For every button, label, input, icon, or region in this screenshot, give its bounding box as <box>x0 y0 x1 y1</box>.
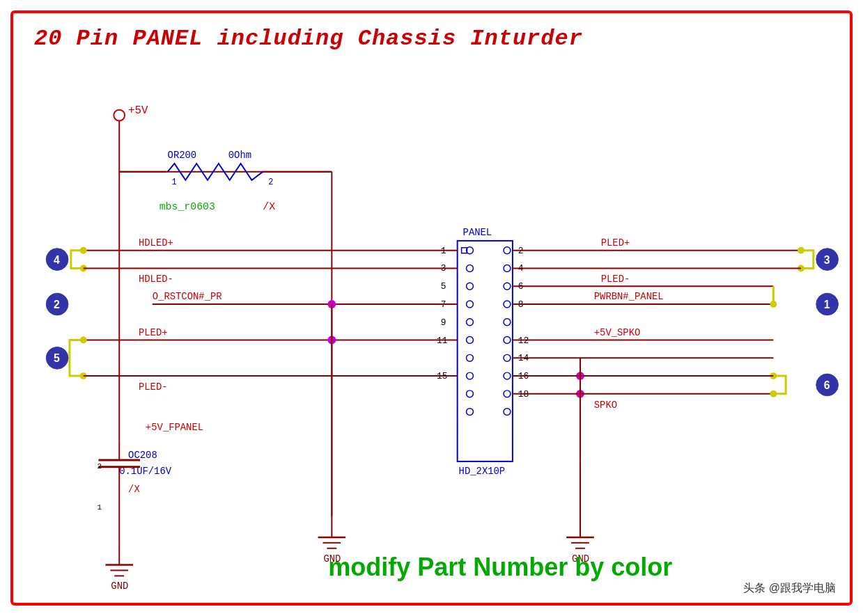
svg-point-29 <box>504 265 511 272</box>
svg-text:PLED-: PLED- <box>139 381 168 393</box>
svg-point-31 <box>504 301 511 308</box>
svg-text:3: 3 <box>824 254 830 266</box>
svg-text:HDLED-: HDLED- <box>139 274 173 285</box>
svg-text:9: 9 <box>441 317 446 328</box>
svg-point-25 <box>467 372 474 379</box>
svg-text:OR200: OR200 <box>168 150 197 161</box>
svg-text:1: 1 <box>824 299 830 310</box>
svg-text:+5V_FPANEL: +5V_FPANEL <box>146 422 203 433</box>
svg-rect-14 <box>458 241 513 461</box>
svg-text:1: 1 <box>98 503 102 512</box>
svg-text:PLED-: PLED- <box>601 274 630 285</box>
svg-point-22 <box>467 319 474 326</box>
svg-text:5: 5 <box>441 281 446 292</box>
svg-point-33 <box>504 337 511 344</box>
svg-text:+5V: +5V <box>128 104 148 117</box>
svg-point-19 <box>467 265 474 272</box>
main-container: 20 Pin PANEL including Chassis Inturder … <box>10 10 853 606</box>
svg-point-23 <box>467 337 474 344</box>
svg-point-21 <box>467 301 474 308</box>
svg-text:/X: /X <box>128 484 140 495</box>
svg-text:SPKO: SPKO <box>594 400 617 411</box>
svg-text:2: 2 <box>98 462 102 471</box>
svg-text:mbs_r0603: mbs_r0603 <box>160 201 215 212</box>
svg-point-72 <box>798 247 804 254</box>
svg-point-0 <box>114 110 125 121</box>
svg-text:PLED+: PLED+ <box>601 237 630 248</box>
svg-point-30 <box>504 283 511 290</box>
svg-point-36 <box>504 390 511 397</box>
svg-point-34 <box>504 354 511 361</box>
svg-text:PWRBN#_PANEL: PWRBN#_PANEL <box>594 291 664 302</box>
svg-point-87 <box>770 390 777 397</box>
svg-text:/X: /X <box>263 201 275 212</box>
svg-text:+5V_SPKO: +5V_SPKO <box>594 327 641 338</box>
svg-text:1: 1 <box>172 177 177 187</box>
svg-point-37 <box>504 409 511 416</box>
svg-text:0Ohm: 0Ohm <box>228 150 251 161</box>
svg-text:PLED+: PLED+ <box>139 327 168 338</box>
svg-point-35 <box>504 372 511 379</box>
watermark: 头条 @跟我学电脑 <box>743 581 836 596</box>
svg-point-28 <box>504 247 511 254</box>
svg-text:HDLED+: HDLED+ <box>139 237 173 248</box>
svg-text:O_RSTCON#_PR: O_RSTCON#_PR <box>153 291 222 302</box>
svg-text:2: 2 <box>268 177 273 187</box>
bottom-text: modify Part Number by color <box>328 553 672 582</box>
svg-point-20 <box>467 283 474 290</box>
svg-text:GND: GND <box>111 581 128 592</box>
svg-text:4: 4 <box>54 254 60 266</box>
svg-point-26 <box>467 390 474 397</box>
svg-point-65 <box>80 337 87 344</box>
svg-text:6: 6 <box>824 379 830 391</box>
svg-point-27 <box>467 409 474 416</box>
svg-text:5: 5 <box>54 352 60 364</box>
svg-point-32 <box>504 319 511 326</box>
svg-text:HD_2X10P: HD_2X10P <box>459 466 506 477</box>
svg-text:2: 2 <box>54 299 60 310</box>
svg-point-102 <box>770 301 777 308</box>
svg-point-24 <box>467 354 474 361</box>
svg-point-55 <box>80 247 87 254</box>
svg-text:PANEL: PANEL <box>463 227 492 238</box>
